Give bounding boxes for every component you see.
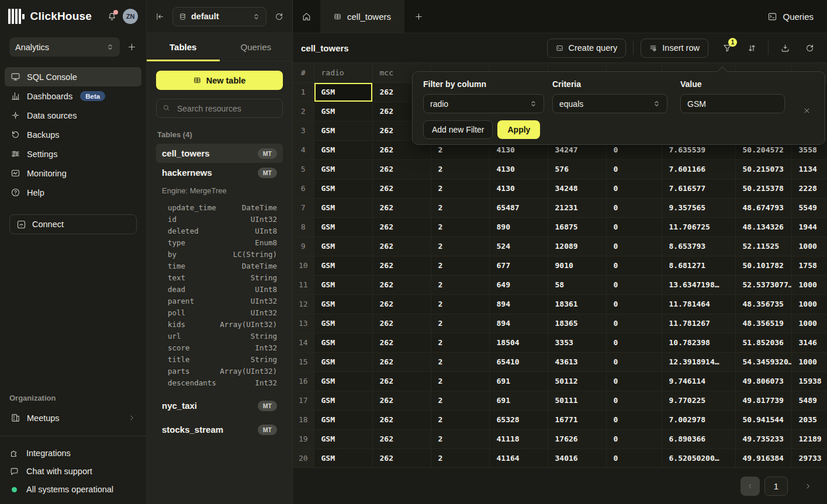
grid-cell[interactable]: 48.356519 [735,314,791,333]
grid-cell[interactable]: 43613 [548,352,606,371]
grid-cell[interactable]: 2228 [791,179,827,198]
grid-cell[interactable]: 894 [489,314,548,333]
grid-cell[interactable]: 262 [372,217,431,237]
grid-cell[interactable]: 262 [372,159,431,179]
row-number[interactable]: 18 [293,410,314,429]
page-number-button[interactable]: 1 [764,477,788,496]
grid-cell[interactable]: 29733 [791,449,827,467]
row-number[interactable]: 16 [293,371,314,391]
grid-cell[interactable]: 48.134326 [735,217,791,237]
database-select[interactable]: default [172,7,267,26]
grid-cell[interactable]: 262 [372,391,431,410]
grid-cell[interactable]: 41164 [489,449,548,467]
grid-cell[interactable]: 262 [372,294,431,314]
grid-cell[interactable]: 50.215378 [735,179,791,198]
grid-cell[interactable]: 262 [372,410,431,429]
grid-cell[interactable]: 262 [372,352,431,371]
row-number[interactable]: 13 [293,314,314,333]
grid-cell[interactable]: 49.916384 [735,449,791,467]
row-number[interactable]: 3 [293,121,314,140]
sidebar-item-data-sources[interactable]: Data sources [5,106,141,125]
grid-cell[interactable]: 2 [431,256,489,275]
row-number[interactable]: 11 [293,275,314,294]
system-status[interactable]: All systems operational [9,483,137,496]
grid-cell[interactable]: 50.101782 [735,256,791,275]
grid-cell[interactable]: 1758 [791,256,827,275]
grid-cell[interactable]: GSM [314,314,372,333]
grid-cell[interactable]: 34016 [548,449,606,467]
grid-cell[interactable]: 576 [548,159,606,179]
grid-cell[interactable]: 1000 [791,314,827,333]
grid-cell[interactable]: 2 [431,371,489,391]
grid-cell[interactable]: 13.6347198… [662,275,735,294]
grid-cell[interactable]: 11.781267 [662,314,735,333]
queries-button[interactable]: Queries [767,12,814,22]
grid-cell[interactable]: 262 [372,314,431,333]
insert-row-button[interactable]: Insert row [641,39,708,58]
row-number[interactable]: 9 [293,237,314,256]
next-page-button[interactable] [798,477,818,496]
grid-cell[interactable]: 262 [372,429,431,449]
grid-cell[interactable]: 262 [372,333,431,352]
grid-cell[interactable]: 11.781464 [662,294,735,314]
grid-cell[interactable]: GSM [314,352,372,371]
grid-cell[interactable]: 2 [431,449,489,467]
grid-cell[interactable]: 0 [606,198,662,217]
notifications-bell-icon[interactable] [107,12,117,22]
grid-cell[interactable]: 0 [606,449,662,467]
grid-cell[interactable]: 15938 [791,371,827,391]
grid-cell[interactable]: GSM [314,140,372,159]
grid-cell[interactable]: 1944 [791,217,827,237]
row-number[interactable]: 12 [293,294,314,314]
grid-cell[interactable]: GSM [314,159,372,179]
grid-cell[interactable]: 0 [606,352,662,371]
sidebar-item-monitoring[interactable]: Monitoring [5,164,141,183]
grid-cell[interactable]: 9.357565 [662,198,735,217]
grid-cell[interactable]: GSM [314,371,372,391]
grid-cell[interactable]: 10.782398 [662,333,735,352]
sidebar-item-backups[interactable]: Backups [5,125,141,144]
grid-cell[interactable]: 3353 [548,333,606,352]
grid-cell[interactable]: 5549 [791,198,827,217]
grid-cell[interactable]: 52.11525 [735,237,791,256]
chat-support-link[interactable]: Chat with support [9,465,137,478]
row-number[interactable]: 15 [293,352,314,371]
grid-cell[interactable]: GSM [314,275,372,294]
grid-cell[interactable]: GSM [314,82,372,102]
grid-cell[interactable]: 2 [431,217,489,237]
grid-cell[interactable]: 12.3918914… [662,352,735,371]
grid-cell[interactable]: 2 [431,159,489,179]
grid-cell[interactable]: GSM [314,410,372,429]
sidebar-item-help[interactable]: Help [5,183,141,202]
grid-cell[interactable]: 691 [489,391,548,410]
filter-value-input[interactable] [680,94,785,113]
grid-cell[interactable]: 54.3459320… [735,352,791,371]
prev-page-button[interactable] [741,477,760,496]
add-service-button[interactable] [127,42,137,52]
grid-cell[interactable]: 262 [372,198,431,217]
grid-cell[interactable]: GSM [314,102,372,121]
grid-cell[interactable]: 0 [606,275,662,294]
grid-cell[interactable]: 691 [489,371,548,391]
row-number[interactable]: 8 [293,217,314,237]
grid-cell[interactable]: 51.852036 [735,333,791,352]
grid-cell[interactable]: 9.746114 [662,371,735,391]
grid-cell[interactable]: 52.5373077… [735,275,791,294]
grid-cell[interactable]: 2 [431,294,489,314]
grid-cell[interactable]: 7.601166 [662,159,735,179]
grid-cell[interactable]: 2 [431,429,489,449]
grid-cell[interactable]: GSM [314,429,372,449]
grid-cell[interactable]: 8.653793 [662,237,735,256]
grid-cell[interactable]: GSM [314,217,372,237]
home-icon[interactable] [293,0,320,33]
grid-cell[interactable]: GSM [314,121,372,140]
grid-cell[interactable]: 17626 [548,429,606,449]
grid-cell[interactable]: 65487 [489,198,548,217]
grid-cell[interactable]: 7.616577 [662,179,735,198]
row-number[interactable]: 20 [293,449,314,467]
grid-cell[interactable]: 677 [489,256,548,275]
grid-cell[interactable]: 262 [372,179,431,198]
grid-cell[interactable]: GSM [314,198,372,217]
add-filter-button[interactable]: Add new Filter [423,120,493,139]
row-number[interactable]: 4 [293,140,314,159]
